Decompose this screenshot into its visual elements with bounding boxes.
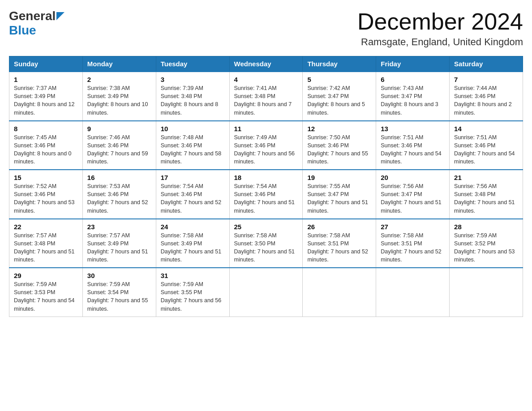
calendar-cell — [376, 268, 450, 317]
week-row-2: 8 Sunrise: 7:45 AM Sunset: 3:46 PM Dayli… — [9, 121, 523, 170]
calendar-cell: 27 Sunrise: 7:58 AM Sunset: 3:51 PM Dayl… — [376, 219, 450, 268]
calendar-cell: 11 Sunrise: 7:49 AM Sunset: 3:46 PM Dayl… — [229, 121, 303, 170]
day-info: Sunrise: 7:59 AM Sunset: 3:55 PM Dayligh… — [161, 280, 225, 313]
day-number: 20 — [381, 174, 445, 181]
day-info: Sunrise: 7:46 AM Sunset: 3:46 PM Dayligh… — [87, 133, 151, 166]
col-tuesday: Tuesday — [156, 56, 229, 72]
day-info: Sunrise: 7:48 AM Sunset: 3:46 PM Dayligh… — [161, 133, 225, 166]
day-number: 15 — [14, 174, 78, 181]
day-info: Sunrise: 7:59 AM Sunset: 3:52 PM Dayligh… — [454, 231, 518, 264]
day-info: Sunrise: 7:43 AM Sunset: 3:47 PM Dayligh… — [381, 84, 445, 117]
calendar-cell: 30 Sunrise: 7:59 AM Sunset: 3:54 PM Dayl… — [82, 268, 156, 317]
day-info: Sunrise: 7:51 AM Sunset: 3:46 PM Dayligh… — [381, 133, 445, 166]
day-number: 30 — [87, 272, 151, 279]
day-info: Sunrise: 7:54 AM Sunset: 3:46 PM Dayligh… — [161, 182, 225, 215]
day-number: 29 — [14, 272, 78, 279]
calendar-cell — [303, 268, 376, 317]
calendar-table: Sunday Monday Tuesday Wednesday Thursday… — [9, 56, 523, 317]
day-info: Sunrise: 7:57 AM Sunset: 3:49 PM Dayligh… — [87, 231, 151, 264]
day-info: Sunrise: 7:59 AM Sunset: 3:53 PM Dayligh… — [14, 280, 78, 313]
calendar-cell: 9 Sunrise: 7:46 AM Sunset: 3:46 PM Dayli… — [82, 121, 156, 170]
calendar-cell: 8 Sunrise: 7:45 AM Sunset: 3:46 PM Dayli… — [9, 121, 83, 170]
col-sunday: Sunday — [9, 56, 83, 72]
calendar-cell: 20 Sunrise: 7:56 AM Sunset: 3:47 PM Dayl… — [376, 170, 450, 219]
calendar-title: December 2024 — [357, 9, 523, 34]
calendar-cell: 29 Sunrise: 7:59 AM Sunset: 3:53 PM Dayl… — [9, 268, 83, 317]
day-number: 26 — [307, 223, 371, 231]
day-info: Sunrise: 7:51 AM Sunset: 3:46 PM Dayligh… — [454, 133, 518, 166]
logo-triangle-icon — [56, 12, 64, 20]
day-number: 12 — [307, 125, 371, 133]
week-row-3: 15 Sunrise: 7:52 AM Sunset: 3:46 PM Dayl… — [9, 170, 523, 219]
calendar-cell — [450, 268, 523, 317]
day-info: Sunrise: 7:59 AM Sunset: 3:54 PM Dayligh… — [87, 280, 151, 313]
calendar-cell: 24 Sunrise: 7:58 AM Sunset: 3:49 PM Dayl… — [156, 219, 229, 268]
day-info: Sunrise: 7:45 AM Sunset: 3:46 PM Dayligh… — [14, 133, 78, 166]
day-number: 24 — [161, 223, 225, 231]
day-number: 3 — [161, 76, 225, 83]
day-number: 4 — [234, 76, 298, 83]
calendar-cell: 21 Sunrise: 7:56 AM Sunset: 3:48 PM Dayl… — [450, 170, 523, 219]
day-info: Sunrise: 7:58 AM Sunset: 3:50 PM Dayligh… — [234, 231, 298, 264]
logo-blue-text: Blue — [9, 23, 36, 38]
calendar-cell: 10 Sunrise: 7:48 AM Sunset: 3:46 PM Dayl… — [156, 121, 229, 170]
calendar-cell: 31 Sunrise: 7:59 AM Sunset: 3:55 PM Dayl… — [156, 268, 229, 317]
calendar-cell: 28 Sunrise: 7:59 AM Sunset: 3:52 PM Dayl… — [450, 219, 523, 268]
day-info: Sunrise: 7:39 AM Sunset: 3:48 PM Dayligh… — [161, 84, 225, 117]
day-info: Sunrise: 7:37 AM Sunset: 3:49 PM Dayligh… — [14, 84, 78, 117]
day-number: 1 — [14, 76, 78, 83]
day-number: 2 — [87, 76, 151, 83]
calendar-subtitle: Ramsgate, England, United Kingdom — [357, 36, 523, 48]
day-number: 8 — [14, 125, 78, 133]
calendar-cell: 7 Sunrise: 7:44 AM Sunset: 3:46 PM Dayli… — [450, 72, 523, 121]
calendar-cell: 18 Sunrise: 7:54 AM Sunset: 3:46 PM Dayl… — [229, 170, 303, 219]
day-number: 9 — [87, 125, 151, 133]
day-info: Sunrise: 7:38 AM Sunset: 3:49 PM Dayligh… — [87, 84, 151, 117]
calendar-cell: 23 Sunrise: 7:57 AM Sunset: 3:49 PM Dayl… — [82, 219, 156, 268]
day-info: Sunrise: 7:58 AM Sunset: 3:49 PM Dayligh… — [161, 231, 225, 264]
day-number: 17 — [161, 174, 225, 181]
calendar-cell: 5 Sunrise: 7:42 AM Sunset: 3:47 PM Dayli… — [303, 72, 376, 121]
day-number: 14 — [454, 125, 518, 133]
calendar-cell: 25 Sunrise: 7:58 AM Sunset: 3:50 PM Dayl… — [229, 219, 303, 268]
day-number: 6 — [381, 76, 445, 83]
day-info: Sunrise: 7:55 AM Sunset: 3:47 PM Dayligh… — [307, 182, 371, 215]
calendar-cell: 6 Sunrise: 7:43 AM Sunset: 3:47 PM Dayli… — [376, 72, 450, 121]
col-wednesday: Wednesday — [229, 56, 303, 72]
day-number: 19 — [307, 174, 371, 181]
logo-general-text: General — [9, 9, 56, 23]
day-info: Sunrise: 7:57 AM Sunset: 3:48 PM Dayligh… — [14, 231, 78, 264]
day-number: 18 — [234, 174, 298, 181]
calendar-cell: 17 Sunrise: 7:54 AM Sunset: 3:46 PM Dayl… — [156, 170, 229, 219]
col-monday: Monday — [82, 56, 156, 72]
calendar-cell: 13 Sunrise: 7:51 AM Sunset: 3:46 PM Dayl… — [376, 121, 450, 170]
day-info: Sunrise: 7:53 AM Sunset: 3:46 PM Dayligh… — [87, 182, 151, 215]
day-info: Sunrise: 7:42 AM Sunset: 3:47 PM Dayligh… — [307, 84, 371, 117]
day-number: 31 — [161, 272, 225, 279]
calendar-cell: 26 Sunrise: 7:58 AM Sunset: 3:51 PM Dayl… — [303, 219, 376, 268]
day-info: Sunrise: 7:44 AM Sunset: 3:46 PM Dayligh… — [454, 84, 518, 117]
day-number: 22 — [14, 223, 78, 231]
day-number: 25 — [234, 223, 298, 231]
day-info: Sunrise: 7:58 AM Sunset: 3:51 PM Dayligh… — [307, 231, 371, 264]
day-number: 7 — [454, 76, 518, 83]
calendar-cell: 2 Sunrise: 7:38 AM Sunset: 3:49 PM Dayli… — [82, 72, 156, 121]
day-info: Sunrise: 7:52 AM Sunset: 3:46 PM Dayligh… — [14, 182, 78, 215]
calendar-cell: 15 Sunrise: 7:52 AM Sunset: 3:46 PM Dayl… — [9, 170, 83, 219]
day-number: 13 — [381, 125, 445, 133]
page-header: General Blue December 2024 Ramsgate, Eng… — [9, 9, 523, 48]
col-friday: Friday — [376, 56, 450, 72]
calendar-cell: 3 Sunrise: 7:39 AM Sunset: 3:48 PM Dayli… — [156, 72, 229, 121]
header-row: Sunday Monday Tuesday Wednesday Thursday… — [9, 56, 523, 72]
logo: General Blue — [9, 9, 64, 38]
title-block: December 2024 Ramsgate, England, United … — [357, 9, 523, 48]
col-thursday: Thursday — [303, 56, 376, 72]
day-number: 10 — [161, 125, 225, 133]
day-info: Sunrise: 7:54 AM Sunset: 3:46 PM Dayligh… — [234, 182, 298, 215]
day-info: Sunrise: 7:58 AM Sunset: 3:51 PM Dayligh… — [381, 231, 445, 264]
calendar-cell: 22 Sunrise: 7:57 AM Sunset: 3:48 PM Dayl… — [9, 219, 83, 268]
calendar-cell: 19 Sunrise: 7:55 AM Sunset: 3:47 PM Dayl… — [303, 170, 376, 219]
day-number: 21 — [454, 174, 518, 181]
day-number: 27 — [381, 223, 445, 231]
calendar-cell: 4 Sunrise: 7:41 AM Sunset: 3:48 PM Dayli… — [229, 72, 303, 121]
